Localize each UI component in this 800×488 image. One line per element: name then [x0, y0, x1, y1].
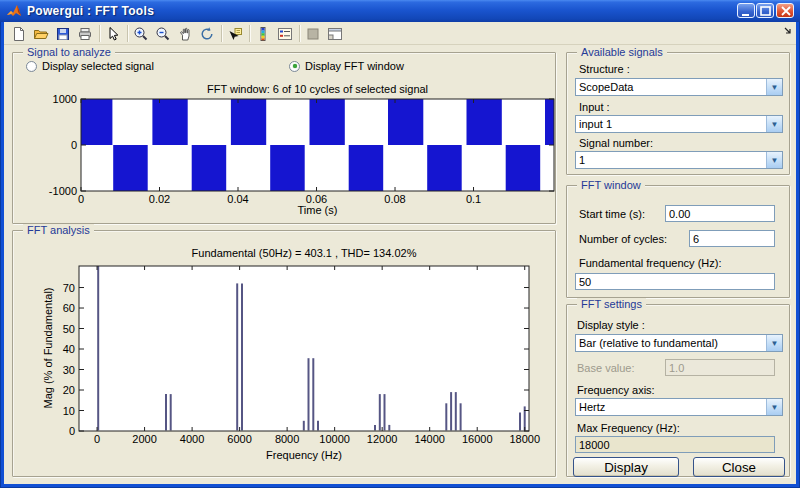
figure-toolbar	[4, 22, 796, 45]
svg-text:10: 10	[63, 405, 75, 417]
fft-settings-label: FFT settings	[577, 298, 646, 310]
svg-text:12000: 12000	[367, 433, 398, 445]
print-figure-button[interactable]	[74, 23, 96, 44]
signal-number-value: 1	[576, 154, 766, 166]
radio-label: Display selected signal	[42, 60, 154, 72]
display-style-value: Bar (relative to fundamental)	[576, 337, 766, 349]
new-figure-button[interactable]	[8, 23, 30, 44]
input-value: input 1	[576, 118, 766, 130]
structure-select[interactable]: ScopeData ▼	[575, 78, 783, 96]
toolbar-separator	[221, 25, 223, 42]
fft-window-group: FFT window Start time (s): Number of cyc…	[566, 185, 790, 298]
printer-icon	[77, 26, 93, 42]
toolbar-separator	[99, 25, 101, 42]
colorbar-icon	[255, 26, 271, 42]
hide-plot-tools-button[interactable]	[302, 23, 324, 44]
minimize-icon	[738, 4, 756, 19]
insert-colorbar-button[interactable]	[252, 23, 274, 44]
pan-button[interactable]	[174, 23, 196, 44]
maximize-icon	[757, 4, 775, 19]
toolbar-overflow-icon[interactable]	[784, 27, 794, 37]
signal-xaxis-label: Time (s)	[81, 204, 554, 216]
arrow-cursor-icon	[105, 26, 121, 42]
display-style-label: Display style :	[577, 319, 645, 331]
close-dialog-button[interactable]: Close	[693, 457, 785, 477]
cycles-field[interactable]	[689, 230, 775, 247]
fundamental-frequency-label: Fundamental frequency (Hz):	[579, 257, 721, 269]
svg-text:10000: 10000	[319, 433, 350, 445]
max-frequency-field[interactable]	[575, 436, 775, 453]
pan-hand-icon	[177, 26, 193, 42]
fft-settings-group: FFT settings Display style : Bar (relati…	[566, 304, 790, 477]
input-select[interactable]: input 1 ▼	[575, 115, 783, 133]
chevron-down-icon: ▼	[766, 152, 782, 168]
toolbar-separator	[249, 25, 251, 42]
save-figure-button[interactable]	[52, 23, 74, 44]
frequency-axis-label: Frequency axis:	[577, 384, 655, 396]
radio-label: Display FFT window	[305, 60, 404, 72]
fundamental-frequency-field[interactable]	[575, 273, 775, 290]
signal-group-label: Signal to analyze	[23, 46, 115, 58]
display-style-select[interactable]: Bar (relative to fundamental) ▼	[575, 334, 783, 352]
svg-text:18000: 18000	[509, 433, 540, 445]
new-document-icon	[11, 26, 27, 42]
radio-display-fft-window[interactable]: Display FFT window	[289, 60, 404, 72]
fft-spectrum-plot: 0200040006000800010000120001400016000180…	[13, 259, 557, 459]
base-value-label: Base value:	[577, 362, 634, 374]
structure-label: Structure :	[579, 63, 630, 75]
close-button[interactable]	[776, 3, 794, 18]
insert-legend-button[interactable]	[274, 23, 296, 44]
show-plot-tools-button[interactable]	[324, 23, 346, 44]
signal-to-analyze-group: Signal to analyze Display selected signa…	[12, 52, 556, 224]
window-title: Powergui : FFT Tools	[27, 4, 154, 18]
zoom-out-icon	[155, 26, 171, 42]
fft-yaxis-label: Mag (% of Fundamental)	[42, 268, 54, 428]
display-button[interactable]: Display	[573, 457, 679, 477]
available-signals-label: Available signals	[577, 46, 667, 58]
svg-text:0: 0	[71, 139, 77, 151]
minimize-button[interactable]	[737, 3, 755, 18]
base-value-field	[665, 359, 775, 376]
frequency-axis-select[interactable]: Hertz ▼	[575, 398, 783, 416]
toolbar-separator	[127, 25, 129, 42]
svg-text:40: 40	[63, 343, 75, 355]
matlab-app-icon	[6, 3, 22, 19]
rotate-3d-button[interactable]	[196, 23, 218, 44]
svg-text:2000: 2000	[132, 433, 156, 445]
zoom-in-button[interactable]	[130, 23, 152, 44]
signal-waveform-plot: 00.020.040.060.080.1-100001000	[13, 91, 557, 221]
open-folder-icon	[33, 26, 49, 42]
arrow-cursor-button[interactable]	[102, 23, 124, 44]
svg-text:1000: 1000	[53, 93, 77, 105]
input-label: Input :	[579, 101, 610, 113]
svg-text:0: 0	[69, 425, 75, 437]
data-cursor-button[interactable]	[224, 23, 246, 44]
radio-display-selected-signal[interactable]: Display selected signal	[26, 60, 154, 72]
svg-text:0: 0	[94, 433, 100, 445]
maximize-button[interactable]	[756, 3, 774, 18]
rotate-3d-icon	[199, 26, 215, 42]
svg-text:50: 50	[63, 323, 75, 335]
fft-analysis-group: FFT analysis Fundamental (50Hz) = 403.1 …	[12, 230, 556, 477]
show-plot-tools-icon	[327, 26, 343, 42]
close-icon	[777, 4, 795, 19]
available-signals-group: Available signals Structure : ScopeData …	[566, 52, 790, 175]
svg-text:14000: 14000	[414, 433, 445, 445]
signal-number-select[interactable]: 1 ▼	[575, 151, 783, 169]
fft-group-label: FFT analysis	[23, 224, 94, 236]
zoom-out-button[interactable]	[152, 23, 174, 44]
chevron-down-icon: ▼	[766, 116, 782, 132]
open-file-button[interactable]	[30, 23, 52, 44]
title-bar[interactable]: Powergui : FFT Tools	[0, 0, 800, 22]
data-cursor-icon	[227, 26, 243, 42]
zoom-in-icon	[133, 26, 149, 42]
fft-plot-title: Fundamental (50Hz) = 403.1 , THD= 134.02…	[79, 247, 529, 259]
svg-text:20: 20	[63, 384, 75, 396]
svg-text:30: 30	[63, 364, 75, 376]
svg-text:4000: 4000	[180, 433, 204, 445]
max-frequency-label: Max Frequency (Hz):	[577, 422, 680, 434]
start-time-field[interactable]	[665, 205, 775, 222]
powergui-fft-tools-window: Powergui : FFT Tools	[0, 0, 800, 488]
toolbar-separator	[299, 25, 301, 42]
chevron-down-icon: ▼	[766, 79, 782, 95]
